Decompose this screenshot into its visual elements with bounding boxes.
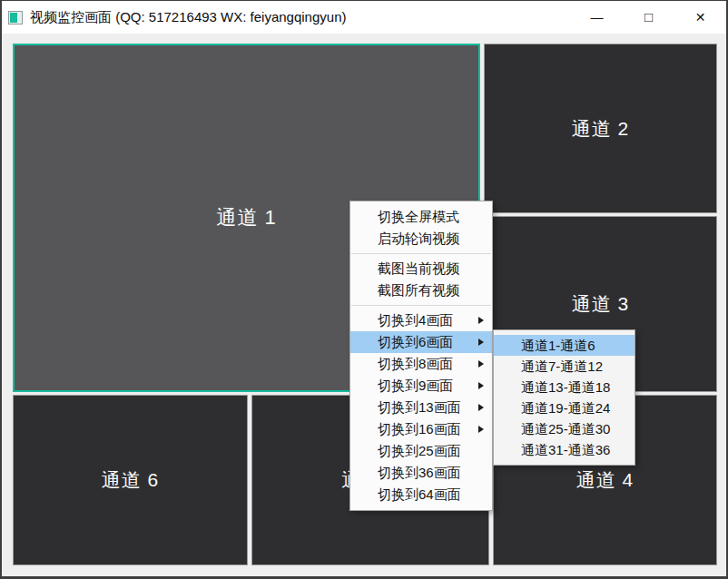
submenu-arrow-icon [478, 426, 484, 433]
channel-label: 通道 6 [102, 467, 160, 493]
submenu-arrow-icon [478, 382, 484, 389]
minimize-button[interactable]: — [571, 1, 623, 33]
channel-label: 通道 1 [216, 204, 276, 231]
submenu-item-ch25-30[interactable]: 通道25-通道30 [494, 418, 635, 439]
menu-separator [351, 305, 491, 306]
window-title: 视频监控画面 (QQ: 517216493 WX: feiyangqingyun… [30, 9, 347, 26]
app-window: 视频监控画面 (QQ: 517216493 WX: feiyangqingyun… [0, 0, 728, 579]
menu-item-layout-9[interactable]: 切换到9画面 [350, 375, 492, 397]
submenu-item-ch19-24[interactable]: 通道19-通道24 [494, 397, 635, 418]
menu-item-layout-25[interactable]: 切换到25画面 [350, 440, 492, 462]
menu-item-layout-16[interactable]: 切换到16画面 [350, 418, 492, 440]
channel-cell-6[interactable]: 通道 6 [13, 395, 248, 565]
channel-label: 通道 3 [572, 291, 630, 317]
menu-item-layout-36[interactable]: 切换到36画面 [350, 462, 492, 484]
submenu-arrow-icon [478, 317, 484, 324]
menu-item-snapshot-all[interactable]: 截图所有视频 [350, 280, 492, 301]
menu-item-layout-13[interactable]: 切换到13画面 [350, 397, 492, 418]
menu-item-fullscreen[interactable]: 切换全屏模式 [350, 206, 492, 228]
submenu-item-ch7-12[interactable]: 通道7-通道12 [494, 356, 635, 377]
titlebar[interactable]: 视频监控画面 (QQ: 517216493 WX: feiyangqingyun… [2, 1, 726, 34]
window-controls: — □ ✕ [571, 1, 726, 33]
channel-label: 通道 4 [576, 467, 635, 493]
menu-item-snapshot-current[interactable]: 截图当前视频 [350, 258, 492, 280]
context-menu: 切换全屏模式 启动轮询视频 截图当前视频 截图所有视频 切换到4画面 切换到6画… [349, 201, 493, 511]
menu-item-start-poll[interactable]: 启动轮询视频 [350, 228, 492, 250]
menu-item-layout-6[interactable]: 切换到6画面 [350, 331, 492, 353]
close-button[interactable]: ✕ [674, 1, 726, 33]
menu-separator [351, 253, 491, 254]
submenu-arrow-icon [478, 360, 484, 368]
channel-cell-2[interactable]: 通道 2 [484, 44, 717, 213]
submenu-item-ch31-36[interactable]: 通道31-通道36 [494, 439, 635, 460]
channel-range-submenu: 通道1-通道6 通道7-通道12 通道13-通道18 通道19-通道24 通道2… [493, 329, 635, 466]
submenu-item-ch1-6[interactable]: 通道1-通道6 [494, 335, 635, 356]
menu-item-layout-8[interactable]: 切换到8画面 [350, 353, 492, 375]
channel-label: 通道 2 [572, 116, 630, 142]
submenu-arrow-icon [478, 404, 484, 411]
submenu-arrow-icon [478, 339, 484, 346]
menu-item-layout-64[interactable]: 切换到64画面 [350, 484, 492, 505]
menu-item-layout-4[interactable]: 切换到4画面 [350, 309, 492, 331]
submenu-item-ch13-18[interactable]: 通道13-通道18 [494, 377, 635, 397]
maximize-button[interactable]: □ [623, 1, 674, 33]
app-icon [8, 11, 23, 25]
